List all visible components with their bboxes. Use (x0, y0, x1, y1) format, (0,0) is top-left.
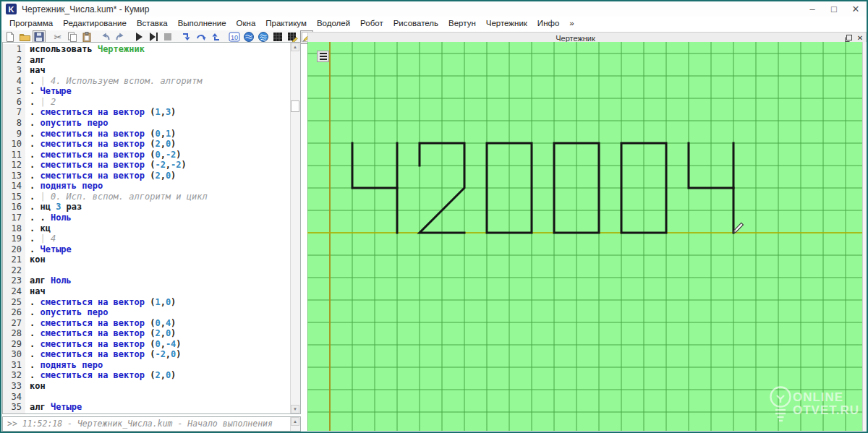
line-number: 25 (3, 297, 25, 308)
code-line-5: 5. Четыре (3, 86, 290, 97)
line-number: 35 (3, 402, 25, 413)
menu-item-risovatel[interactable]: Рисователь (388, 17, 443, 30)
drawer-panel-title: Чертежник (308, 34, 843, 43)
line-number: 11 (3, 150, 25, 160)
line-number: 16 (3, 202, 25, 213)
drawer-canvas[interactable]: ONLINE OTVET.RU (307, 42, 862, 431)
code-line-17: 17. . Ноль (3, 213, 290, 223)
line-number: 33 (3, 381, 25, 392)
code-line-6: 6. | 2 (3, 97, 290, 108)
code-line-26: 26. опустить перо (3, 307, 290, 318)
line-number: 10 (3, 139, 25, 150)
code-line-29: 29. сместиться на вектор (0,-4) (3, 339, 290, 350)
line-number: 15 (3, 192, 25, 202)
code-line-20: 20. Четыре (3, 244, 290, 255)
editor-scrollbar[interactable]: ▲ ▼ (290, 43, 300, 413)
code-line-9: 9. сместиться на вектор (0,1) (3, 129, 290, 140)
close-button[interactable]: ✕ (845, 2, 867, 17)
menu-bar: ПрограммаРедактированиеВставкаВыполнение… (1, 17, 867, 30)
line-number: 4 (3, 76, 25, 87)
line-number: 17 (3, 213, 25, 223)
menu-item-vertun[interactable]: Вертун (443, 17, 481, 30)
menu-item-vodoley[interactable]: Водолей (312, 17, 355, 30)
canvas-scroll-strip[interactable] (862, 42, 867, 431)
code-lines: 1использовать Чертежник2алг3нач4. | 4. И… (3, 43, 290, 413)
scroll-down-icon[interactable]: ▼ (291, 405, 299, 413)
kumir-window: K Чертежник_Числа.kum* - Кумир – □ ✕ Про… (0, 0, 868, 433)
code-line-19: 19. | 4 (3, 233, 290, 244)
menu-item-okna[interactable]: Окна (231, 17, 261, 30)
line-number: 8 (3, 118, 25, 129)
line-number: 12 (3, 160, 25, 171)
code-line-18: 18. кц (3, 223, 290, 234)
editor-scrollbar-thumb[interactable] (291, 100, 299, 112)
line-number: 26 (3, 307, 25, 318)
watermark: ONLINE OTVET.RU (764, 383, 859, 425)
code-line-31: 31. поднять перо (3, 360, 290, 371)
watermark-line2: OTVET.RU (793, 404, 859, 417)
line-number: 3 (3, 65, 25, 76)
line-number: 24 (3, 286, 25, 297)
menu-item-redaktirovanie[interactable]: Редактирование (58, 17, 132, 30)
code-line-7: 7. сместиться на вектор (1,3) (3, 107, 290, 118)
code-line-22: 22 (3, 265, 290, 276)
line-number: 19 (3, 233, 25, 244)
code-line-2: 2алг (3, 55, 290, 66)
code-line-8: 8. опустить перо (3, 118, 290, 129)
line-number: 29 (3, 339, 25, 350)
line-number: 20 (3, 244, 25, 255)
output-console: >> 11:52:18 - Чертежник_Числа.kum - Нача… (2, 416, 301, 432)
menu-item-chertezhnik[interactable]: Чертежник (481, 17, 532, 30)
line-number: 9 (3, 129, 25, 140)
scroll-up-icon[interactable]: ▲ (291, 43, 299, 51)
line-number: 6 (3, 97, 25, 108)
minimize-button[interactable]: – (801, 2, 823, 17)
menu-item-vypolnenie[interactable]: Выполнение (173, 17, 231, 30)
code-line-12: 12. сместиться на вектор (-2,-2) (3, 160, 290, 171)
line-number: 32 (3, 370, 25, 381)
code-line-23: 23алг Ноль (3, 275, 290, 286)
code-line-30: 30. сместиться на вектор (-2,0) (3, 349, 290, 360)
menu-item-vstavka[interactable]: Вставка (132, 17, 173, 30)
pen-cursor-icon (733, 223, 744, 233)
maximize-button[interactable]: □ (823, 2, 845, 17)
line-number: 14 (3, 181, 25, 192)
code-line-4: 4. | 4. Используем вспом. алгоритм (3, 76, 290, 87)
code-line-32: 32. сместиться на вектор (2,0) (3, 370, 290, 381)
code-line-15: 15. | 0. Исп. вспом. алгоритм и цикл (3, 192, 290, 202)
canvas-menu-button[interactable] (317, 51, 329, 62)
line-number: 27 (3, 318, 25, 329)
code-line-24: 24нач (3, 286, 290, 297)
line-number: 18 (3, 223, 25, 234)
code-line-1: 1использовать Чертежник (3, 44, 290, 55)
console-message: >> 11:52:18 - Чертежник_Числа.kum - Нача… (3, 417, 290, 431)
code-line-35: 35алг Четыре (3, 402, 290, 413)
code-line-3: 3нач (3, 65, 290, 76)
code-line-13: 13. сместиться на вектор (2,0) (3, 171, 290, 181)
code-line-14: 14. поднять перо (3, 181, 290, 192)
line-number: 2 (3, 55, 25, 66)
window-title: Чертежник_Числа.kum* - Кумир (22, 4, 801, 14)
menu-item-robot[interactable]: Робот (355, 17, 388, 30)
menu-item-info[interactable]: Инфо (532, 17, 564, 30)
line-number: 28 (3, 328, 25, 339)
code-editor[interactable]: 1использовать Чертежник2алг3нач4. | 4. И… (2, 42, 301, 414)
console-scroll-up-icon[interactable]: ▲ (291, 417, 299, 426)
line-number: 1 (3, 44, 25, 55)
line-number: 7 (3, 107, 25, 118)
app-icon: K (6, 4, 17, 14)
line-number: 21 (3, 254, 25, 265)
svg-text:✂: ✂ (54, 32, 62, 43)
line-number: 31 (3, 360, 25, 371)
code-line-28: 28. сместиться на вектор (2,0) (3, 328, 290, 339)
code-line-34: 34 (3, 392, 290, 403)
menu-item-programma[interactable]: Программа (4, 17, 58, 30)
line-number: 34 (3, 392, 25, 403)
menu-item-praktikum[interactable]: Практикум (260, 17, 312, 30)
console-scrollbar[interactable]: ▲ (290, 417, 300, 431)
code-line-16: 16. нц 3 раз (3, 202, 290, 213)
menu-item-overflow[interactable]: » (564, 17, 579, 30)
svg-text:10: 10 (231, 34, 238, 41)
code-line-25: 25. сместиться на вектор (1,0) (3, 297, 290, 308)
line-number: 22 (3, 265, 25, 276)
